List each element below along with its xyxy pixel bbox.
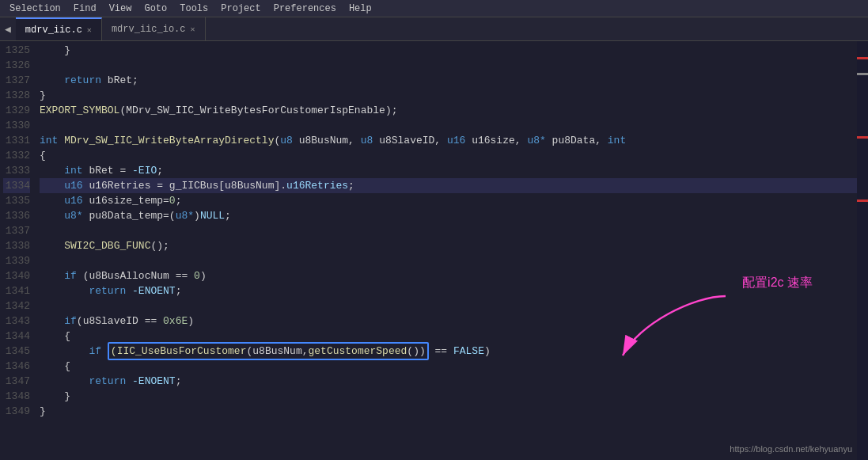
code-line-1332: { — [40, 148, 857, 163]
line-num: 1340 — [3, 268, 30, 283]
code-line-1341: return -ENOENT; — [40, 283, 857, 298]
code-line-1327: return bRet; — [40, 73, 857, 88]
code-line-1338: SWI2C_DBG_FUNC(); — [40, 238, 857, 253]
tab-arrow-left[interactable]: ◀ — [0, 23, 16, 36]
line-num: 1346 — [3, 359, 30, 374]
tab-label-1: mdrv_iic.c — [25, 25, 82, 36]
line-num: 1338 — [3, 238, 30, 253]
line-num: 1349 — [3, 404, 30, 419]
code-area[interactable]: } return bRet; } EXPORT_SYMBOL(MDrv_SW_I… — [36, 41, 857, 460]
line-num: 1335 — [3, 193, 30, 208]
menu-bar: Selection Find View Goto Tools Project P… — [0, 0, 868, 17]
line-num: 1333 — [3, 163, 30, 178]
line-num: 1331 — [3, 133, 30, 148]
menu-help[interactable]: Help — [343, 2, 378, 16]
tab-mdrv-iic[interactable]: mdrv_iic.c ✕ — [16, 17, 102, 40]
code-line-1336: u8* pu8Data_temp=(u8*)NULL; — [40, 208, 857, 223]
line-num: 1326 — [3, 58, 30, 73]
code-line-1347: return -ENOENT; — [40, 374, 857, 389]
code-line-1326 — [40, 58, 857, 73]
menu-goto[interactable]: Goto — [138, 2, 173, 16]
scrollbar-right[interactable] — [857, 41, 868, 460]
code-line-1342 — [40, 298, 857, 314]
scrollbar-marker — [857, 57, 868, 59]
selection-highlight: (IIC_UseBusForCustomer(u8BusNum,getCusto… — [108, 342, 429, 360]
line-num: 1336 — [3, 208, 30, 223]
scrollbar-marker — [857, 200, 868, 202]
code-line-1331: int MDrv_SW_IIC_WriteByteArrayDirectly(u… — [40, 133, 857, 148]
line-numbers: 1325 1326 1327 1328 1329 1330 1331 1332 … — [0, 41, 36, 460]
tab-label-2: mdrv_iic_io.c — [112, 24, 186, 35]
line-num: 1339 — [3, 253, 30, 268]
line-num: 1329 — [3, 103, 30, 118]
line-num: 1347 — [3, 374, 30, 389]
code-line-1329: EXPORT_SYMBOL(MDrv_SW_IIC_WriteBytesForC… — [40, 103, 857, 118]
code-line-1339 — [40, 253, 857, 268]
watermark: https://blog.csdn.net/kehyuanyu — [730, 444, 852, 454]
line-num: 1343 — [3, 314, 30, 329]
editor-area: 1325 1326 1327 1328 1329 1330 1331 1332 … — [0, 41, 868, 460]
menu-selection[interactable]: Selection — [3, 2, 67, 16]
code-line-1340: if (u8BusAllocNum == 0) — [40, 268, 857, 283]
line-num: 1328 — [3, 88, 30, 103]
code-line-1333: int bRet = -EIO; — [40, 163, 857, 178]
tab-mdrv-iic-io[interactable]: mdrv_iic_io.c ✕ — [102, 17, 206, 40]
menu-view[interactable]: View — [103, 2, 138, 16]
code-line-1349: } — [40, 404, 857, 419]
code-line-1346: { — [40, 359, 857, 374]
code-line-1334: u16 u16Retries = g_IICBus[u8BusNum].u16R… — [40, 178, 857, 193]
line-num: 1348 — [3, 389, 30, 404]
menu-tools[interactable]: Tools — [173, 2, 214, 16]
tab-close-1[interactable]: ✕ — [87, 25, 92, 35]
line-num: 1327 — [3, 73, 30, 88]
line-num: 1332 — [3, 148, 30, 163]
code-line-1337 — [40, 223, 857, 238]
tab-close-2[interactable]: ✕ — [191, 25, 195, 34]
code-line-1343: if(u8SlaveID == 0x6E) — [40, 314, 857, 329]
code-line-1325: } — [40, 43, 857, 58]
code-line-1345: if (IIC_UseBusForCustomer(u8BusNum,getCu… — [40, 344, 857, 359]
menu-project[interactable]: Project — [214, 2, 267, 16]
line-num: 1345 — [3, 344, 30, 359]
menu-find[interactable]: Find — [67, 2, 103, 16]
line-num: 1344 — [3, 329, 30, 344]
code-line-1328: } — [40, 88, 857, 103]
line-num: 1342 — [3, 298, 30, 314]
menu-preferences[interactable]: Preferences — [267, 2, 343, 16]
line-num: 1337 — [3, 223, 30, 238]
scrollbar-marker — [857, 73, 868, 75]
code-line-1335: u16 u16size_temp=0; — [40, 193, 857, 208]
scrollbar-marker — [857, 136, 868, 139]
line-num: 1341 — [3, 283, 30, 298]
line-num: 1325 — [3, 43, 30, 58]
tab-bar: ◀ mdrv_iic.c ✕ mdrv_iic_io.c ✕ — [0, 17, 868, 41]
code-line-1330 — [40, 118, 857, 133]
line-num: 1334 — [3, 178, 30, 193]
line-num: 1330 — [3, 118, 30, 133]
code-line-1348: } — [40, 389, 857, 404]
